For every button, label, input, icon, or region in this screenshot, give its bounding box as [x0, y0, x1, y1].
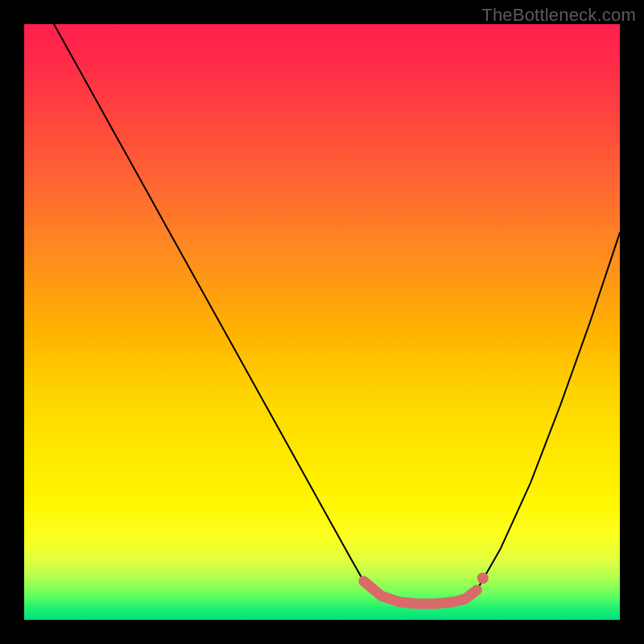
chart-frame: TheBottleneck.com [0, 0, 644, 644]
plot-area [24, 24, 620, 620]
highlight-band-path [364, 581, 477, 604]
curve-layer [24, 24, 620, 620]
highlight-end-marker [477, 572, 489, 584]
watermark-text: TheBottleneck.com [481, 5, 636, 26]
bottleneck-curve-path [54, 24, 620, 604]
